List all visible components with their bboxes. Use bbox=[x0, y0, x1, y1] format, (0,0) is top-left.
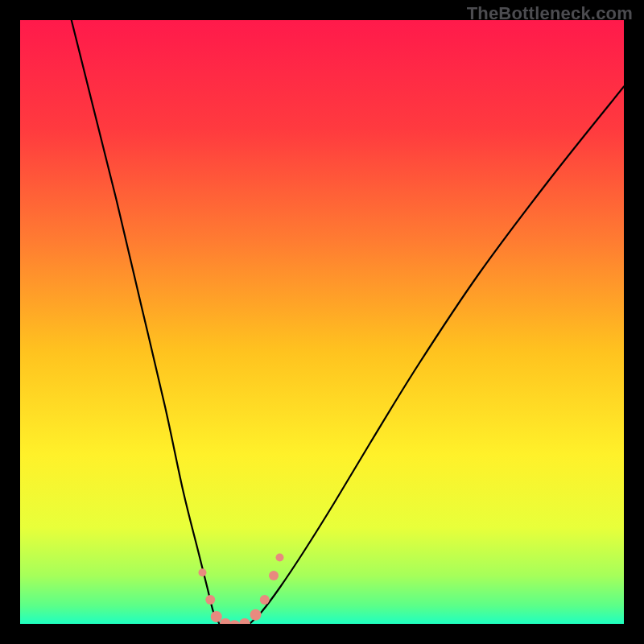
marker-dot bbox=[260, 595, 270, 605]
curve-layer bbox=[20, 20, 624, 624]
watermark-text: TheBottleneck.com bbox=[467, 3, 633, 24]
marker-dot bbox=[205, 595, 215, 605]
chart-frame: TheBottleneck.com bbox=[0, 0, 644, 644]
marker-dot bbox=[229, 620, 240, 624]
curve-right bbox=[250, 87, 624, 625]
curve-left bbox=[72, 20, 220, 624]
marker-dot bbox=[250, 609, 262, 621]
plot-area bbox=[20, 20, 624, 624]
marker-dot bbox=[220, 618, 231, 624]
marker-group bbox=[199, 554, 284, 625]
marker-dot bbox=[276, 554, 284, 562]
marker-dot bbox=[269, 571, 279, 580]
marker-dot bbox=[211, 611, 222, 622]
marker-dot bbox=[239, 618, 250, 624]
marker-dot bbox=[199, 568, 207, 576]
